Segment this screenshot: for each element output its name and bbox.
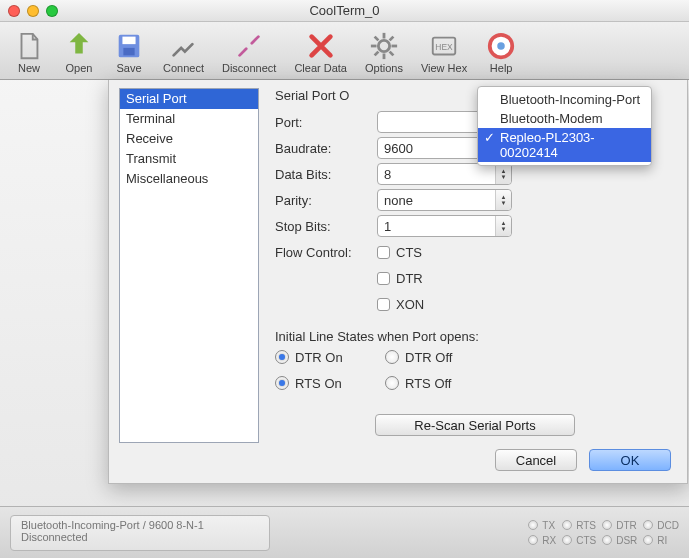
- dtr-indicator: DTR: [602, 520, 637, 531]
- help-button[interactable]: Help: [476, 24, 526, 77]
- disconnect-label: Disconnect: [222, 62, 276, 74]
- rts-on-radio[interactable]: [275, 376, 289, 390]
- rts-off-text: RTS Off: [405, 376, 451, 391]
- x-icon: [305, 30, 337, 62]
- disconnect-button[interactable]: Disconnect: [213, 24, 285, 77]
- dtr-off-radio[interactable]: [385, 350, 399, 364]
- svg-line-9: [390, 52, 394, 56]
- toolbar: New Open Save Connect Disconnect Clear D…: [0, 22, 689, 80]
- rts-off-radio[interactable]: [385, 376, 399, 390]
- rescan-button[interactable]: Re-Scan Serial Ports: [375, 414, 575, 436]
- rx-indicator: RX: [528, 535, 556, 546]
- port-option-1[interactable]: Bluetooth-Modem: [478, 109, 651, 128]
- svg-point-3: [378, 40, 389, 51]
- minimize-icon[interactable]: [27, 5, 39, 17]
- window-title: CoolTerm_0: [309, 3, 379, 18]
- options-button[interactable]: Options: [356, 24, 412, 77]
- chevron-updown-icon: [495, 190, 511, 210]
- chevron-updown-icon: [495, 164, 511, 184]
- clear-label: Clear Data: [294, 62, 347, 74]
- open-button[interactable]: Open: [54, 24, 104, 77]
- category-terminal[interactable]: Terminal: [120, 109, 258, 129]
- cts-text: CTS: [396, 245, 422, 260]
- open-icon: [63, 30, 95, 62]
- dsr-indicator: DSR: [602, 535, 637, 546]
- dtr-off-text: DTR Off: [405, 350, 452, 365]
- port-dropdown-menu[interactable]: Bluetooth-Incoming-Port Bluetooth-Modem …: [477, 86, 652, 166]
- baud-value: 9600: [384, 141, 413, 156]
- chevron-updown-icon: [495, 216, 511, 236]
- cts-checkbox[interactable]: [377, 246, 390, 259]
- databits-select[interactable]: 8: [377, 163, 512, 185]
- dtr-on-radio[interactable]: [275, 350, 289, 364]
- dtr-on-text: DTR On: [295, 350, 343, 365]
- open-label: Open: [66, 62, 93, 74]
- options-label: Options: [365, 62, 403, 74]
- ri-indicator: RI: [643, 535, 679, 546]
- xon-checkbox[interactable]: [377, 298, 390, 311]
- clear-data-button[interactable]: Clear Data: [285, 24, 356, 77]
- category-transmit[interactable]: Transmit: [120, 149, 258, 169]
- stopbits-value: 1: [384, 219, 391, 234]
- close-icon[interactable]: [8, 5, 20, 17]
- port-option-2[interactable]: Repleo-PL2303-00202414: [478, 128, 651, 162]
- viewhex-label: View Hex: [421, 62, 467, 74]
- rts-on-text: RTS On: [295, 376, 342, 391]
- save-icon: [113, 30, 145, 62]
- new-button[interactable]: New: [4, 24, 54, 77]
- save-label: Save: [116, 62, 141, 74]
- dtr-checkbox[interactable]: [377, 272, 390, 285]
- stopbits-select[interactable]: 1: [377, 215, 512, 237]
- save-button[interactable]: Save: [104, 24, 154, 77]
- category-serial-port[interactable]: Serial Port: [120, 89, 258, 109]
- indicator-block: TX RX RTS CTS DTR DSR DCD RI: [528, 520, 689, 546]
- ok-button[interactable]: OK: [589, 449, 671, 471]
- stopbits-label: Stop Bits:: [275, 219, 377, 234]
- dtr-text: DTR: [396, 271, 423, 286]
- view-hex-button[interactable]: HEX View Hex: [412, 24, 476, 77]
- rts-indicator: RTS: [562, 520, 596, 531]
- help-label: Help: [490, 62, 513, 74]
- databits-label: Data Bits:: [275, 167, 377, 182]
- connect-icon: [167, 30, 199, 62]
- xon-text: XON: [396, 297, 424, 312]
- titlebar: CoolTerm_0: [0, 0, 689, 22]
- status-bar: Bluetooth-Incoming-Port / 9600 8-N-1 Dis…: [0, 506, 689, 558]
- tx-indicator: TX: [528, 520, 556, 531]
- cts-indicator: CTS: [562, 535, 596, 546]
- traffic-lights: [8, 5, 58, 17]
- gear-icon: [368, 30, 400, 62]
- svg-rect-2: [123, 48, 134, 56]
- status-line1: Bluetooth-Incoming-Port / 9600 8-N-1: [21, 519, 259, 531]
- port-option-0[interactable]: Bluetooth-Incoming-Port: [478, 90, 651, 109]
- databits-value: 8: [384, 167, 391, 182]
- status-box: Bluetooth-Incoming-Port / 9600 8-N-1 Dis…: [10, 515, 270, 551]
- parity-value: none: [384, 193, 413, 208]
- parity-label: Parity:: [275, 193, 377, 208]
- initial-states-label: Initial Line States when Port opens:: [275, 329, 675, 344]
- file-icon: [13, 30, 45, 62]
- flow-label: Flow Control:: [275, 245, 377, 260]
- disconnect-icon: [233, 30, 265, 62]
- hex-icon: HEX: [428, 30, 460, 62]
- zoom-icon[interactable]: [46, 5, 58, 17]
- port-label: Port:: [275, 115, 377, 130]
- svg-point-15: [497, 42, 505, 50]
- dcd-indicator: DCD: [643, 520, 679, 531]
- status-line2: Disconnected: [21, 531, 259, 543]
- svg-line-11: [375, 52, 379, 56]
- parity-select[interactable]: none: [377, 189, 512, 211]
- svg-line-8: [375, 37, 379, 41]
- new-label: New: [18, 62, 40, 74]
- category-misc[interactable]: Miscellaneous: [120, 169, 258, 189]
- help-icon: [485, 30, 517, 62]
- baud-label: Baudrate:: [275, 141, 377, 156]
- svg-rect-1: [122, 37, 135, 45]
- category-list[interactable]: Serial Port Terminal Receive Transmit Mi…: [119, 88, 259, 443]
- svg-line-10: [390, 37, 394, 41]
- category-receive[interactable]: Receive: [120, 129, 258, 149]
- connect-button[interactable]: Connect: [154, 24, 213, 77]
- cancel-button[interactable]: Cancel: [495, 449, 577, 471]
- svg-text:HEX: HEX: [435, 42, 453, 52]
- connect-label: Connect: [163, 62, 204, 74]
